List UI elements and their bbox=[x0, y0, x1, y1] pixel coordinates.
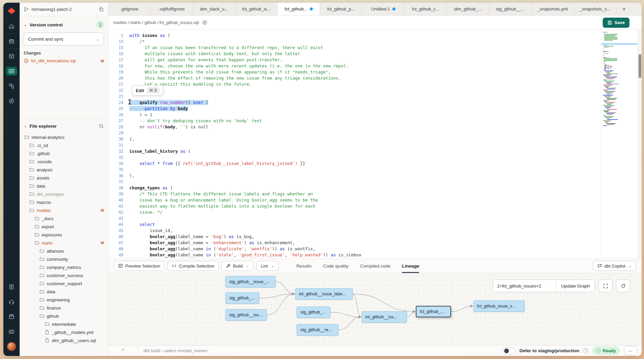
code-line[interactable]: 18 For now, choose the one with more rec… bbox=[108, 63, 601, 69]
code-line[interactable]: 48 boolor_agg(label_name in ('duplicate'… bbox=[108, 246, 601, 252]
file-explorer-header[interactable]: ⌄ File explorer bbox=[24, 121, 104, 131]
editor-tab[interactable]: fct_github_is... bbox=[235, 3, 278, 15]
update-graph-button[interactable]: Update Graph bbox=[556, 280, 595, 292]
tree-item-file[interactable]: _github__models.yml bbox=[24, 328, 104, 336]
expand-console-button[interactable]: ⌃ bbox=[108, 345, 138, 356]
git-branch-row[interactable]: mirnawong1-patch-2 bbox=[20, 3, 108, 16]
code-line[interactable]: 19 While this prevents the old issue fro… bbox=[108, 69, 601, 75]
environments-icon[interactable] bbox=[3, 34, 20, 49]
tree-item-folder[interactable]: alliances bbox=[24, 247, 104, 255]
tree-item-folder[interactable]: customer_support bbox=[24, 279, 104, 288]
code-line[interactable]: 32issue_label_history as ( bbox=[108, 148, 601, 154]
code-line[interactable]: 41 easiest way to flatten multiple label… bbox=[108, 203, 601, 209]
more-options-button[interactable]: ⋯ bbox=[624, 346, 637, 355]
code-line[interactable]: 23 bbox=[108, 93, 601, 100]
tree-item-folder[interactable]: intermediate bbox=[24, 320, 104, 328]
code-line[interactable]: 43 bbox=[108, 215, 601, 221]
explore-icon[interactable] bbox=[3, 93, 20, 108]
editor-tab[interactable]: .gitignore bbox=[108, 3, 151, 15]
dbt-copilot-button[interactable]: dbt Copilot ⌄ bbox=[593, 261, 636, 271]
support-icon[interactable] bbox=[3, 294, 20, 309]
tree-item-folder[interactable]: assets bbox=[24, 174, 104, 182]
code-line[interactable]: 24 qualify row_number() over ( bbox=[108, 100, 601, 106]
code-line[interactable]: 29 bbox=[108, 130, 601, 136]
tree-item-folder[interactable]: community bbox=[24, 255, 104, 263]
orchestration-icon[interactable] bbox=[3, 79, 20, 93]
code-line[interactable]: 22 bbox=[108, 87, 601, 93]
command-input[interactable]: dbt build --select <model_name> bbox=[138, 348, 503, 353]
editor-tab[interactable]: .sqlfluffignore bbox=[151, 3, 193, 15]
compile-selection-button[interactable]: Compile Selection bbox=[167, 261, 219, 271]
code-line[interactable]: 17 will get updates for events that happ… bbox=[108, 57, 601, 63]
tree-item-folder[interactable]: martsM bbox=[24, 239, 104, 247]
code-line[interactable]: 27 -- don't try deduping issues with no … bbox=[108, 118, 601, 124]
code-line[interactable]: 36), bbox=[108, 173, 601, 179]
editor-tab[interactable]: dim_slack_u... bbox=[193, 3, 235, 15]
lineage-node[interactable]: stg_github_... bbox=[297, 307, 330, 318]
editor-scrollbar[interactable] bbox=[638, 30, 642, 258]
code-line[interactable]: 39 /* This CTE flattens the different is… bbox=[108, 191, 601, 197]
lineage-node[interactable]: int_github__iss... bbox=[362, 311, 407, 323]
user-avatar[interactable] bbox=[3, 339, 20, 354]
lint-button[interactable]: Lint⌄ bbox=[256, 261, 279, 271]
preview-selection-button[interactable]: Preview Selection bbox=[114, 261, 165, 271]
tree-item-folder[interactable]: exposures bbox=[24, 231, 104, 239]
code-line[interactable]: 44 select bbox=[108, 221, 601, 228]
lineage-node[interactable]: fct_github_issue_s... bbox=[473, 300, 525, 312]
save-button[interactable]: Save bbox=[603, 18, 629, 28]
lineage-node[interactable]: stg_github__re... bbox=[297, 324, 339, 336]
minimap[interactable] bbox=[601, 30, 638, 258]
version-control-header[interactable]: ⌄ Version control 1 bbox=[24, 20, 104, 30]
lineage-node[interactable]: stg_github__issue_... bbox=[226, 276, 276, 288]
shortcuts-icon[interactable] bbox=[3, 324, 20, 339]
tree-item-folder[interactable]: github bbox=[24, 312, 104, 320]
new-tab-button[interactable]: + bbox=[616, 3, 632, 15]
editor-tab[interactable]: Untitled-1 bbox=[362, 3, 405, 15]
code-line[interactable]: 38change_types as ( bbox=[108, 185, 601, 191]
code-line[interactable]: 26 ) = 1 bbox=[108, 112, 601, 118]
editor-tab[interactable]: _snapshots_s... bbox=[574, 3, 616, 15]
tab-results[interactable]: Results bbox=[296, 259, 312, 273]
search-icon[interactable] bbox=[99, 124, 104, 129]
tab-lineage[interactable]: Lineage bbox=[402, 259, 419, 273]
tree-item-folder[interactable]: .github bbox=[24, 149, 104, 157]
code-line[interactable]: 28 or nullif(body, '') is null bbox=[108, 124, 601, 130]
lineage-node[interactable]: fct_github_... bbox=[416, 306, 451, 317]
tree-item-folder[interactable]: .ci_cd bbox=[24, 141, 104, 149]
code-line[interactable]: 42 issue. */ bbox=[108, 209, 601, 215]
tab-code-quality[interactable]: Code quality bbox=[323, 259, 348, 273]
code-line[interactable]: 49 boolor_agg(label_name in ('stale', 'g… bbox=[108, 252, 601, 258]
code-line[interactable]: 37 bbox=[108, 179, 601, 185]
code-line[interactable]: 21 Let's revisit this modeling in the fu… bbox=[108, 81, 601, 87]
editor-tab[interactable]: fct_github... bbox=[278, 3, 320, 15]
code-line[interactable]: 31 bbox=[108, 142, 601, 148]
code-line[interactable]: 35 bbox=[108, 167, 601, 173]
tree-item-folder[interactable]: _docs bbox=[24, 214, 104, 223]
tree-item-folder[interactable]: data bbox=[24, 288, 104, 296]
changed-file-row[interactable]: fct_dbt_invocations.sql M bbox=[24, 58, 104, 63]
fullscreen-button[interactable] bbox=[598, 279, 613, 292]
help-icon[interactable]: ? bbox=[583, 348, 588, 354]
tree-item-folder[interactable]: data bbox=[24, 182, 104, 190]
develop-ide-icon[interactable] bbox=[3, 64, 20, 79]
commit-and-sync-select[interactable]: Commit and sync ⌄ bbox=[24, 33, 104, 45]
tree-item-folder[interactable]: internal-analytics bbox=[24, 133, 104, 141]
code-line[interactable]: 34 select * from {{ ref('int_github__iss… bbox=[108, 161, 601, 167]
editor-tab[interactable]: fct_github_p... bbox=[320, 3, 362, 15]
code-line[interactable]: 25······partition by body bbox=[108, 106, 601, 112]
editor-tab[interactable]: dim_github_... bbox=[447, 3, 489, 15]
code-line[interactable]: 13 /* bbox=[108, 39, 601, 45]
tree-item-folder[interactable]: engineering bbox=[24, 296, 104, 304]
code-line[interactable]: 20 this has the effect of removing the n… bbox=[108, 75, 601, 81]
code-line[interactable]: 45 issue_id, bbox=[108, 228, 601, 234]
code-line[interactable]: 33 bbox=[108, 154, 601, 161]
tree-item-folder[interactable]: analysis bbox=[24, 166, 104, 174]
editor-tab[interactable]: _snapshots.yml bbox=[532, 3, 574, 15]
tree-item-folder[interactable]: export bbox=[24, 223, 104, 231]
code-line[interactable]: 47 boolor_agg(label_name = 'enhancement'… bbox=[108, 240, 601, 246]
code-area[interactable]: 1with issues as (13 /*15 If an issue has… bbox=[108, 30, 601, 258]
editor-tab[interactable]: fct_github_c... bbox=[405, 3, 447, 15]
scrollbar-thumb[interactable] bbox=[639, 54, 641, 78]
tree-item-folder[interactable]: dbt_packages bbox=[24, 190, 104, 198]
notes-icon[interactable] bbox=[3, 279, 20, 294]
